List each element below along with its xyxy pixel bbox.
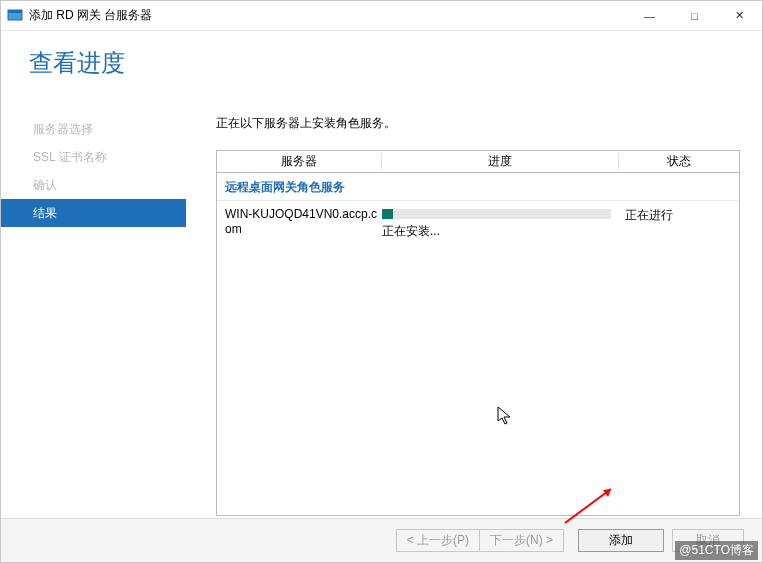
content: 服务器选择 SSL 证书名称 确认 结果 正在以下服务器上安装角色服务。 服务器… bbox=[1, 91, 762, 516]
sidebar-item-server-select: 服务器选择 bbox=[1, 115, 186, 143]
sidebar-item-ssl-cert: SSL 证书名称 bbox=[1, 143, 186, 171]
titlebar: 添加 RD 网关 台服务器 — □ ✕ bbox=[1, 1, 762, 31]
col-header-status: 状态 bbox=[619, 153, 739, 170]
progress-grid: 服务器 进度 状态 远程桌面网关角色服务 WIN-KUJOQD41VN0.acc… bbox=[216, 150, 740, 516]
cancel-button: 取消 bbox=[672, 529, 744, 552]
main-panel: 正在以下服务器上安装角色服务。 服务器 进度 状态 远程桌面网关角色服务 WIN… bbox=[186, 91, 762, 516]
cell-status: 正在进行 bbox=[619, 207, 731, 224]
progress-fill bbox=[382, 209, 393, 219]
sidebar-item-confirm: 确认 bbox=[1, 171, 186, 199]
col-header-progress: 进度 bbox=[382, 153, 619, 170]
nav-button-group: < 上一步(P) 下一步(N) > bbox=[396, 529, 564, 552]
window-controls: — □ ✕ bbox=[627, 1, 762, 30]
add-button[interactable]: 添加 bbox=[578, 529, 664, 552]
maximize-button[interactable]: □ bbox=[672, 1, 717, 30]
table-row: WIN-KUJOQD41VN0.accp.com 正在安装... 正在进行 bbox=[217, 201, 739, 240]
app-icon bbox=[7, 8, 23, 24]
close-button[interactable]: ✕ bbox=[717, 1, 762, 30]
cell-server: WIN-KUJOQD41VN0.accp.com bbox=[225, 207, 382, 237]
footer: < 上一步(P) 下一步(N) > 添加 取消 bbox=[1, 518, 762, 562]
window-title: 添加 RD 网关 台服务器 bbox=[29, 7, 152, 24]
page-title: 查看进度 bbox=[29, 47, 762, 79]
progress-text: 正在安装... bbox=[382, 223, 611, 240]
prev-button: < 上一步(P) bbox=[396, 529, 479, 552]
cell-progress: 正在安装... bbox=[382, 207, 619, 240]
svg-rect-1 bbox=[8, 10, 22, 13]
sidebar-item-result[interactable]: 结果 bbox=[1, 199, 186, 227]
progress-bar bbox=[382, 209, 611, 219]
sidebar: 服务器选择 SSL 证书名称 确认 结果 bbox=[1, 91, 186, 516]
column-headers: 服务器 进度 状态 bbox=[217, 151, 739, 173]
instruction-text: 正在以下服务器上安装角色服务。 bbox=[216, 115, 740, 132]
header: 查看进度 bbox=[1, 31, 762, 91]
minimize-button[interactable]: — bbox=[627, 1, 672, 30]
group-header: 远程桌面网关角色服务 bbox=[217, 173, 739, 201]
next-button: 下一步(N) > bbox=[479, 529, 564, 552]
col-header-server: 服务器 bbox=[217, 153, 382, 170]
